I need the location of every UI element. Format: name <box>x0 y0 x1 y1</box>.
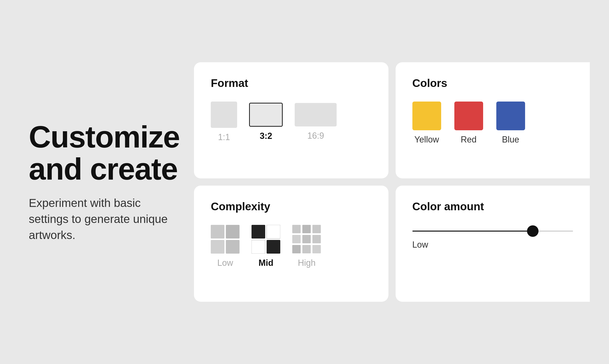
color-amount-card-title: Color amount <box>412 200 573 213</box>
color-swatch-blue <box>496 102 525 130</box>
svg-rect-14 <box>292 245 301 253</box>
format-card: Format 1:1 3:2 16:9 <box>194 62 388 178</box>
format-options: 1:1 3:2 16:9 <box>211 102 371 142</box>
complexity-option-high[interactable]: High <box>292 225 321 268</box>
slider-thumb[interactable] <box>527 225 539 237</box>
format-box-1x1 <box>211 102 237 128</box>
format-card-title: Format <box>211 77 371 90</box>
format-label-3x2: 3:2 <box>260 131 272 141</box>
svg-rect-15 <box>302 245 311 253</box>
slider-value: Low <box>412 240 573 250</box>
complexity-label-high: High <box>298 258 316 268</box>
format-option-16x9[interactable]: 16:9 <box>295 103 337 141</box>
slider-track-wrapper[interactable] <box>412 230 573 233</box>
svg-rect-12 <box>302 235 311 243</box>
color-swatch-yellow <box>412 102 441 130</box>
complexity-card: Complexity Low <box>194 186 388 302</box>
headline: Customizeand create <box>29 121 180 185</box>
complexity-card-title: Complexity <box>211 200 371 213</box>
complexity-label-mid: Mid <box>259 258 273 268</box>
svg-rect-5 <box>267 225 280 238</box>
color-amount-card: Color amount Low <box>396 186 590 302</box>
svg-rect-2 <box>211 240 224 254</box>
complexity-label-low: Low <box>217 258 233 268</box>
format-option-3x2[interactable]: 3:2 <box>249 103 283 141</box>
complexity-options: Low Mid <box>211 225 371 268</box>
subtext: Experiment with basic settings to genera… <box>29 195 180 243</box>
format-label-16x9: 16:9 <box>307 131 324 141</box>
svg-rect-7 <box>267 240 280 254</box>
color-swatch-red <box>454 102 483 130</box>
format-box-16x9 <box>295 103 337 126</box>
complexity-icon-mid <box>251 225 280 254</box>
format-box-3x2 <box>249 103 283 127</box>
colors-card-title: Colors <box>412 77 573 90</box>
format-option-1x1[interactable]: 1:1 <box>211 102 237 142</box>
slider-container: Low <box>412 225 573 250</box>
complexity-option-low[interactable]: Low <box>211 225 239 268</box>
svg-rect-10 <box>312 225 321 233</box>
color-label-blue: Blue <box>502 135 519 145</box>
svg-rect-6 <box>251 240 265 254</box>
svg-rect-8 <box>292 225 301 233</box>
right-panel: Format 1:1 3:2 16:9 Colors <box>194 62 590 302</box>
svg-rect-9 <box>302 225 311 233</box>
colors-options: Yellow Red Blue <box>412 102 573 145</box>
colors-card: Colors Yellow Red Blue <box>396 62 590 178</box>
svg-rect-13 <box>312 235 321 243</box>
svg-rect-4 <box>251 225 265 238</box>
color-option-blue[interactable]: Blue <box>496 102 525 145</box>
svg-rect-0 <box>211 225 224 238</box>
complexity-icon-low <box>211 225 239 254</box>
color-label-yellow: Yellow <box>414 135 439 145</box>
format-label-1x1: 1:1 <box>218 132 230 142</box>
complexity-icon-high <box>292 225 321 254</box>
svg-rect-1 <box>226 225 239 238</box>
page-layout: Customizeand create Experiment with basi… <box>0 0 609 364</box>
color-option-red[interactable]: Red <box>454 102 483 145</box>
svg-rect-16 <box>312 245 321 253</box>
color-option-yellow[interactable]: Yellow <box>412 102 441 145</box>
svg-rect-11 <box>292 235 301 243</box>
color-label-red: Red <box>461 135 477 145</box>
svg-rect-3 <box>226 240 239 254</box>
complexity-option-mid[interactable]: Mid <box>251 225 280 268</box>
slider-track-filled <box>412 231 533 232</box>
left-panel: Customizeand create Experiment with basi… <box>29 121 180 243</box>
